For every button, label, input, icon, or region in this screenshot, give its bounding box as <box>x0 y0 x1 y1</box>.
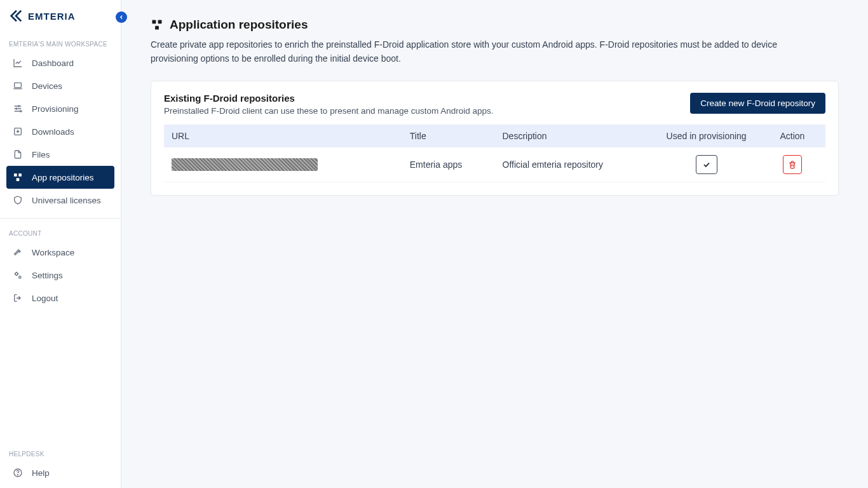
download-box-icon <box>13 126 23 137</box>
sidebar-item-label: Help <box>32 468 50 478</box>
page-title: Application repositories <box>170 18 308 32</box>
svg-point-3 <box>20 111 22 112</box>
sidebar-collapse-button[interactable] <box>116 11 127 23</box>
delete-repository-button[interactable] <box>783 155 802 174</box>
svg-rect-12 <box>153 20 156 24</box>
col-provisioning: Used in provisioning <box>653 125 759 147</box>
sidebar-item-provisioning[interactable]: Provisioning <box>6 97 114 120</box>
sidebar-item-label: Downloads <box>32 127 74 137</box>
sidebar-item-label: Provisioning <box>32 104 79 114</box>
boxes-icon <box>151 18 163 31</box>
svg-rect-0 <box>15 83 22 87</box>
svg-rect-14 <box>155 26 159 30</box>
table-row: Emteria apps Official emteria repository <box>164 147 825 182</box>
section-header-workspace: EMTERIA'S MAIN WORKSPACE <box>0 29 121 51</box>
create-repository-button[interactable]: Create new F-Droid repository <box>690 93 825 114</box>
cell-action <box>759 147 825 182</box>
cell-url <box>164 147 402 182</box>
sidebar-item-help[interactable]: Help <box>6 461 114 484</box>
sidebar-item-label: App repositories <box>32 173 94 182</box>
col-action: Action <box>759 125 825 147</box>
check-icon <box>702 160 711 169</box>
sidebar-item-devices[interactable]: Devices <box>6 74 114 97</box>
nav-list-helpdesk: Help <box>0 461 121 488</box>
sidebar-item-label: Files <box>32 150 50 159</box>
question-icon <box>13 468 23 478</box>
col-description: Description <box>495 125 654 147</box>
svg-point-11 <box>18 475 18 475</box>
nav-list-account: Workspace Settings Logout <box>0 241 121 309</box>
page-header: Application repositories <box>151 18 839 32</box>
boxes-icon <box>13 172 23 182</box>
sidebar-item-universal-licenses[interactable]: Universal licenses <box>6 189 114 212</box>
svg-point-8 <box>15 273 18 275</box>
card-title: Existing F-Droid repositories <box>164 93 494 104</box>
nav-list-workspace: Dashboard Devices Provisioning Downloads… <box>0 51 121 212</box>
card-header: Existing F-Droid repositories Preinstall… <box>151 93 838 125</box>
section-header-helpdesk: HELPDESK <box>0 439 121 461</box>
sidebar-item-label: Universal licenses <box>32 196 101 205</box>
main-content: Application repositories Create private … <box>121 0 868 488</box>
sidebar-item-label: Logout <box>32 294 58 303</box>
sidebar-item-app-repositories[interactable]: App repositories <box>6 166 114 189</box>
shield-icon <box>13 195 23 205</box>
file-icon <box>13 149 23 159</box>
col-url: URL <box>164 125 402 147</box>
brand-name: EMTERIA <box>28 11 76 22</box>
sidebar-item-logout[interactable]: Logout <box>6 287 114 309</box>
hammer-icon <box>13 247 23 257</box>
cell-title: Emteria apps <box>402 147 495 182</box>
redacted-url <box>172 158 318 171</box>
sliders-icon <box>13 104 23 114</box>
page-description: Create private app repositories to enric… <box>151 38 824 65</box>
repositories-card: Existing F-Droid repositories Preinstall… <box>151 81 839 196</box>
card-subtitle: Preinstalled F-Droid client can use thes… <box>164 106 494 116</box>
cell-provisioning <box>653 147 759 182</box>
table-header-row: URL Title Description Used in provisioni… <box>164 125 825 147</box>
svg-rect-5 <box>14 173 17 177</box>
logout-icon <box>13 293 23 303</box>
svg-point-1 <box>18 105 20 107</box>
sidebar-item-settings[interactable]: Settings <box>6 264 114 287</box>
svg-point-2 <box>16 108 17 109</box>
col-title: Title <box>402 125 495 147</box>
svg-rect-7 <box>17 178 20 181</box>
repositories-table: URL Title Description Used in provisioni… <box>164 125 825 182</box>
trash-icon <box>788 160 797 169</box>
cell-description: Official emteria repository <box>495 147 654 182</box>
sidebar-item-files[interactable]: Files <box>6 143 114 166</box>
sidebar-item-label: Settings <box>32 271 63 280</box>
sidebar-item-downloads[interactable]: Downloads <box>6 120 114 143</box>
sidebar-item-label: Workspace <box>32 248 74 257</box>
sidebar-item-label: Dashboard <box>32 58 74 68</box>
logo-area: EMTERIA <box>0 0 121 29</box>
provisioning-toggle-button[interactable] <box>696 155 717 174</box>
section-header-account: ACCOUNT <box>0 219 121 241</box>
chart-line-icon <box>13 58 23 68</box>
sidebar-item-dashboard[interactable]: Dashboard <box>6 51 114 74</box>
svg-rect-6 <box>18 173 22 177</box>
sidebar-item-label: Devices <box>32 81 62 91</box>
gears-icon <box>13 270 23 280</box>
sidebar: EMTERIA EMTERIA'S MAIN WORKSPACE Dashboa… <box>0 0 121 488</box>
laptop-icon <box>13 81 23 91</box>
sidebar-item-workspace[interactable]: Workspace <box>6 241 114 264</box>
brand-logo-icon <box>9 9 23 23</box>
svg-rect-13 <box>158 20 162 24</box>
